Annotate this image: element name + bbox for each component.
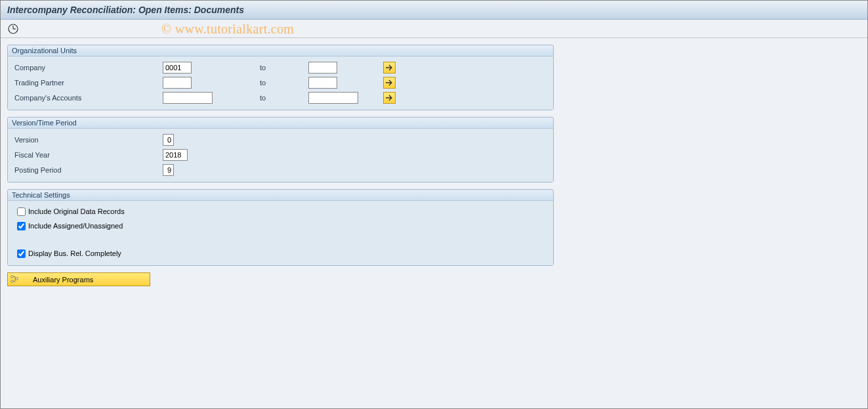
company-from-input[interactable] bbox=[163, 62, 192, 74]
group-technical-settings: Technical Settings Include Original Data… bbox=[7, 189, 554, 266]
to-label-trading-partner: to bbox=[258, 79, 308, 87]
toolbar bbox=[1, 20, 867, 38]
company-accounts-to-input[interactable] bbox=[308, 92, 358, 104]
display-bus-rel-label: Display Bus. Rel. Completely bbox=[28, 249, 121, 257]
row-company-accounts: Company's Accounts to bbox=[13, 91, 548, 105]
auxiliary-programs-button[interactable]: Auxiliary Programs bbox=[7, 272, 150, 286]
arrow-right-icon bbox=[385, 95, 394, 101]
group-version-time: Version/Time Period Version Fiscal Year … bbox=[7, 117, 554, 183]
version-input[interactable] bbox=[163, 134, 174, 146]
group-organizational-units: Organizational Units Company to Trading … bbox=[7, 45, 554, 110]
execute-icon[interactable] bbox=[7, 23, 19, 35]
arrow-right-icon bbox=[385, 79, 394, 86]
row-posting-period: Posting Period bbox=[13, 163, 548, 177]
row-version: Version bbox=[13, 133, 548, 147]
row-fiscal-year: Fiscal Year bbox=[13, 148, 548, 162]
trading-partner-from-input[interactable] bbox=[163, 77, 192, 89]
include-assigned-label: Include Assigned/Unassigned bbox=[28, 222, 123, 230]
include-assigned-checkbox[interactable] bbox=[17, 222, 26, 230]
tree-icon bbox=[10, 274, 20, 285]
trading-partner-multiple-selection-button[interactable] bbox=[383, 77, 396, 89]
group-header-technical: Technical Settings bbox=[8, 190, 553, 201]
to-label-company: to bbox=[258, 64, 308, 72]
company-to-input[interactable] bbox=[308, 62, 337, 74]
posting-period-input[interactable] bbox=[163, 164, 174, 176]
to-label-company-accounts: to bbox=[258, 94, 308, 102]
arrow-right-icon bbox=[385, 64, 394, 71]
page-title: Intercompany Reconciliation: Open Items:… bbox=[1, 1, 867, 20]
include-original-label: Include Original Data Records bbox=[28, 207, 125, 215]
company-accounts-from-input[interactable] bbox=[163, 92, 213, 104]
group-header-org: Organizational Units bbox=[8, 45, 553, 56]
auxiliary-programs-label: Auxiliary Programs bbox=[33, 276, 93, 284]
fiscal-year-input[interactable] bbox=[163, 149, 188, 161]
svg-rect-5 bbox=[16, 278, 18, 280]
svg-rect-3 bbox=[11, 276, 13, 278]
display-bus-rel-checkbox[interactable] bbox=[17, 249, 26, 258]
label-version: Version bbox=[13, 136, 163, 144]
label-trading-partner: Trading Partner bbox=[13, 79, 163, 87]
group-header-version: Version/Time Period bbox=[8, 118, 553, 129]
label-posting-period: Posting Period bbox=[13, 166, 163, 174]
company-accounts-multiple-selection-button[interactable] bbox=[383, 92, 396, 104]
trading-partner-to-input[interactable] bbox=[308, 77, 337, 89]
include-original-checkbox[interactable] bbox=[17, 207, 26, 216]
company-multiple-selection-button[interactable] bbox=[383, 62, 396, 74]
label-company-accounts: Company's Accounts bbox=[13, 94, 163, 102]
row-company: Company to bbox=[13, 60, 548, 75]
svg-rect-4 bbox=[11, 280, 13, 282]
row-trading-partner: Trading Partner to bbox=[13, 75, 548, 90]
label-company: Company bbox=[13, 64, 163, 72]
label-fiscal-year: Fiscal Year bbox=[13, 151, 163, 159]
